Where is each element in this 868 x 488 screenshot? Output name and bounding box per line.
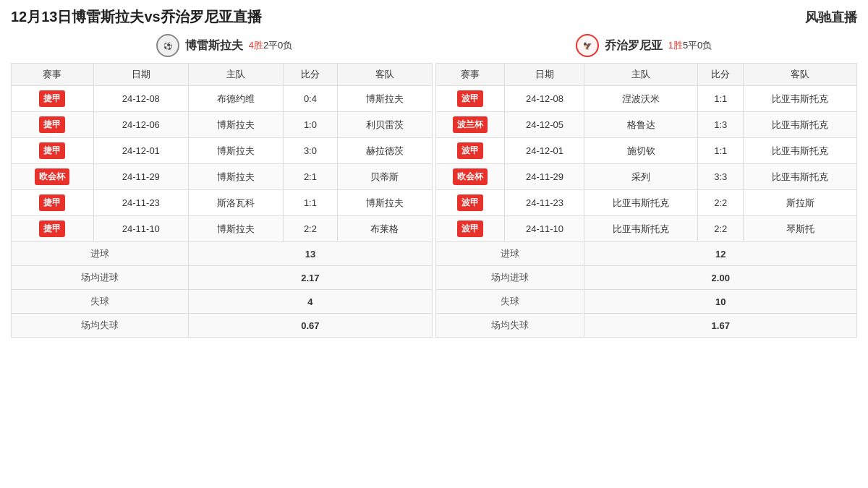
left-date-4: 24-11-23 xyxy=(93,190,188,216)
right-score-3: 3:3 xyxy=(698,164,744,190)
left-col-event: 赛事 xyxy=(12,64,94,86)
right-score-5: 2:2 xyxy=(698,216,744,242)
right-date-0: 24-12-08 xyxy=(505,86,584,112)
right-score-0: 1:1 xyxy=(698,86,744,112)
left-col-home: 主队 xyxy=(188,64,283,86)
left-away-2: 赫拉德茨 xyxy=(337,138,432,164)
left-score-1: 1:0 xyxy=(283,112,337,138)
left-away-3: 贝蒂斯 xyxy=(337,164,432,190)
right-team-record: 1胜5平0负 xyxy=(668,39,712,52)
right-away-0: 比亚韦斯托克 xyxy=(744,86,857,112)
left-score-4: 1:1 xyxy=(283,190,337,216)
right-goals-row: 进球 12 xyxy=(436,242,857,266)
right-col-event: 赛事 xyxy=(436,64,505,86)
left-table-row: 捷甲 24-11-10 博斯拉夫 2:2 布莱格 xyxy=(12,216,433,242)
right-home-4: 比亚韦斯托克 xyxy=(584,190,698,216)
left-badge-3: 欧会杯 xyxy=(12,164,94,190)
left-date-1: 24-12-06 xyxy=(93,112,188,138)
left-home-3: 博斯拉夫 xyxy=(188,164,283,190)
left-team-logo: ⚽ xyxy=(156,34,179,57)
header: 12月13日博雷斯拉夫vs乔治罗尼亚直播 风驰直播 xyxy=(11,7,857,27)
right-score-4: 2:2 xyxy=(698,190,744,216)
right-col-home: 主队 xyxy=(584,64,698,86)
left-score-3: 2:1 xyxy=(283,164,337,190)
right-badge-5: 波甲 xyxy=(436,216,505,242)
right-team-header: 🦅 乔治罗尼亚 1胜5平0负 xyxy=(434,34,854,57)
right-conceded-row: 失球 10 xyxy=(436,290,857,314)
right-team-name: 乔治罗尼亚 xyxy=(605,38,663,53)
right-table-row: 波甲 24-11-23 比亚韦斯托克 2:2 斯拉斯 xyxy=(436,190,857,216)
left-away-0: 博斯拉夫 xyxy=(337,86,432,112)
left-table-row: 捷甲 24-12-01 博斯拉夫 3:0 赫拉德茨 xyxy=(12,138,433,164)
right-badge-4: 波甲 xyxy=(436,190,505,216)
right-table-row: 波甲 24-12-01 施切钦 1:1 比亚韦斯托克 xyxy=(436,138,857,164)
right-avg-goals-row: 场均进球 2.00 xyxy=(436,266,857,290)
left-team-header: ⚽ 博雷斯拉夫 4胜2平0负 xyxy=(14,34,434,57)
left-away-5: 布莱格 xyxy=(337,216,432,242)
left-badge-1: 捷甲 xyxy=(12,112,94,138)
right-table-row: 欧会杯 24-11-29 采列 3:3 比亚韦斯托克 xyxy=(436,164,857,190)
right-date-5: 24-11-10 xyxy=(505,216,584,242)
left-header-row: 赛事 日期 主队 比分 客队 xyxy=(12,64,433,86)
right-away-1: 比亚韦斯托克 xyxy=(744,112,857,138)
left-badge-2: 捷甲 xyxy=(12,138,94,164)
right-score-1: 1:3 xyxy=(698,112,744,138)
right-badge-2: 波甲 xyxy=(436,138,505,164)
right-home-3: 采列 xyxy=(584,164,698,190)
left-score-2: 3:0 xyxy=(283,138,337,164)
left-table-row: 捷甲 24-12-06 博斯拉夫 1:0 利贝雷茨 xyxy=(12,112,433,138)
left-team-name: 博雷斯拉夫 xyxy=(185,38,243,53)
left-badge-4: 捷甲 xyxy=(12,190,94,216)
right-avg-conceded-row: 场均失球 1.67 xyxy=(436,314,857,338)
right-badge-3: 欧会杯 xyxy=(436,164,505,190)
left-score-5: 2:2 xyxy=(283,216,337,242)
left-col-away: 客队 xyxy=(337,64,432,86)
right-table-row: 波甲 24-11-10 比亚韦斯托克 2:2 琴斯托 xyxy=(436,216,857,242)
left-table-row: 捷甲 24-12-08 布德约维 0:4 博斯拉夫 xyxy=(12,86,433,112)
right-team-logo: 🦅 xyxy=(576,34,599,57)
right-badge-0: 波甲 xyxy=(436,86,505,112)
left-col-date: 日期 xyxy=(93,64,188,86)
right-table: 赛事 日期 主队 比分 客队 波甲 24-12-08 涅波沃米 1:1 比亚韦斯… xyxy=(435,63,857,338)
brand-name: 风驰直播 xyxy=(805,9,857,26)
left-avg-conceded-row: 场均失球 0.67 xyxy=(12,314,433,338)
left-badge-0: 捷甲 xyxy=(12,86,94,112)
left-home-0: 布德约维 xyxy=(188,86,283,112)
left-table-row: 捷甲 24-11-23 斯洛瓦科 1:1 博斯拉夫 xyxy=(12,190,433,216)
left-team-record: 4胜2平0负 xyxy=(249,39,293,52)
right-score-2: 1:1 xyxy=(698,138,744,164)
right-col-score: 比分 xyxy=(698,64,744,86)
right-col-away: 客队 xyxy=(744,64,857,86)
right-header-row: 赛事 日期 主队 比分 客队 xyxy=(436,64,857,86)
right-col-date: 日期 xyxy=(505,64,584,86)
left-away-4: 博斯拉夫 xyxy=(337,190,432,216)
left-date-2: 24-12-01 xyxy=(93,138,188,164)
right-home-2: 施切钦 xyxy=(584,138,698,164)
right-date-3: 24-11-29 xyxy=(505,164,584,190)
left-home-1: 博斯拉夫 xyxy=(188,112,283,138)
left-col-score: 比分 xyxy=(283,64,337,86)
right-table-row: 波兰杯 24-12-05 格鲁达 1:3 比亚韦斯托克 xyxy=(436,112,857,138)
right-away-5: 琴斯托 xyxy=(744,216,857,242)
right-home-5: 比亚韦斯托克 xyxy=(584,216,698,242)
left-date-5: 24-11-10 xyxy=(93,216,188,242)
right-away-2: 比亚韦斯托克 xyxy=(744,138,857,164)
left-date-3: 24-11-29 xyxy=(93,164,188,190)
right-date-2: 24-12-01 xyxy=(505,138,584,164)
left-avg-goals-row: 场均进球 2.17 xyxy=(12,266,433,290)
left-home-4: 斯洛瓦科 xyxy=(188,190,283,216)
left-away-1: 利贝雷茨 xyxy=(337,112,432,138)
right-badge-1: 波兰杯 xyxy=(436,112,505,138)
left-table: 赛事 日期 主队 比分 客队 捷甲 24-12-08 布德约维 0:4 博斯拉夫… xyxy=(11,63,433,338)
page-title: 12月13日博雷斯拉夫vs乔治罗尼亚直播 xyxy=(11,7,262,27)
left-conceded-row: 失球 4 xyxy=(12,290,433,314)
left-table-row: 欧会杯 24-11-29 博斯拉夫 2:1 贝蒂斯 xyxy=(12,164,433,190)
right-table-row: 波甲 24-12-08 涅波沃米 1:1 比亚韦斯托克 xyxy=(436,86,857,112)
right-away-3: 比亚韦斯托克 xyxy=(744,164,857,190)
right-home-1: 格鲁达 xyxy=(584,112,698,138)
tables-area: 赛事 日期 主队 比分 客队 捷甲 24-12-08 布德约维 0:4 博斯拉夫… xyxy=(11,63,857,338)
page-wrapper: 12月13日博雷斯拉夫vs乔治罗尼亚直播 风驰直播 ⚽ 博雷斯拉夫 4胜2平0负… xyxy=(0,0,868,345)
left-date-0: 24-12-08 xyxy=(93,86,188,112)
right-away-4: 斯拉斯 xyxy=(744,190,857,216)
left-home-5: 博斯拉夫 xyxy=(188,216,283,242)
